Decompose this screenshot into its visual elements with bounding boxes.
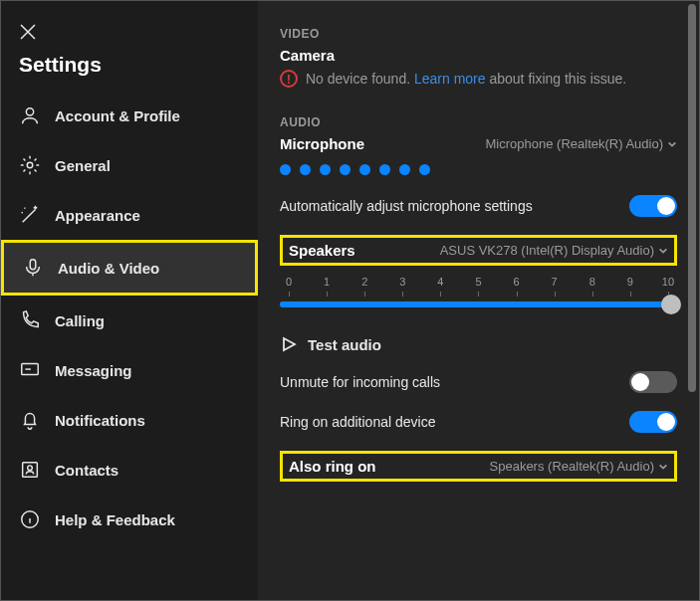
bell-icon xyxy=(19,409,41,431)
svg-point-0 xyxy=(26,108,33,115)
sidebar: Settings Account & Profile General Appea… xyxy=(1,1,258,600)
auto-adjust-label: Automatically adjust microphone settings xyxy=(280,198,533,214)
play-icon xyxy=(280,335,298,353)
tick: 9 xyxy=(623,276,637,288)
tick: 0 xyxy=(282,276,296,288)
highlight-audio-video: Audio & Video xyxy=(1,240,258,296)
camera-heading: Camera xyxy=(280,47,677,64)
chevron-down-icon xyxy=(658,462,668,472)
sidebar-item-label: Help & Feedback xyxy=(55,511,175,528)
level-dot xyxy=(419,164,430,175)
phone-icon xyxy=(19,309,41,331)
also-ring-device-select[interactable]: Speakers (Realtek(R) Audio) xyxy=(490,459,668,474)
info-icon xyxy=(19,508,41,530)
svg-rect-2 xyxy=(30,260,36,270)
slider-knob[interactable] xyxy=(661,295,681,314)
sidebar-item-calling[interactable]: Calling xyxy=(1,296,258,345)
speakers-heading: Speakers xyxy=(289,242,355,259)
unmute-row: Unmute for incoming calls xyxy=(280,371,677,393)
level-dot xyxy=(399,164,410,175)
sidebar-item-label: Audio & Video xyxy=(58,260,159,277)
ring-additional-label: Ring on additional device xyxy=(280,414,435,430)
speakers-device-value: ASUS VK278 (Intel(R) Display Audio) xyxy=(440,243,654,258)
sidebar-item-notifications[interactable]: Notifications xyxy=(1,395,258,445)
learn-more-link[interactable]: Learn more xyxy=(414,71,486,87)
speakers-volume-slider[interactable] xyxy=(280,301,677,307)
sidebar-item-label: Calling xyxy=(55,312,105,329)
error-suffix: about fixing this issue. xyxy=(489,71,626,87)
tick: 8 xyxy=(585,276,599,288)
tick: 2 xyxy=(357,276,371,288)
tick: 1 xyxy=(320,276,334,288)
tick: 6 xyxy=(510,276,524,288)
unmute-toggle[interactable] xyxy=(629,371,677,393)
account-icon xyxy=(19,104,41,126)
ring-additional-toggle[interactable] xyxy=(629,411,677,433)
sidebar-item-audio-video[interactable]: Audio & Video xyxy=(4,243,255,293)
gear-icon xyxy=(19,154,41,176)
audio-section-label: AUDIO xyxy=(280,115,677,129)
also-ring-row: Also ring on Speakers (Realtek(R) Audio) xyxy=(289,458,668,475)
also-ring-device-value: Speakers (Realtek(R) Audio) xyxy=(490,459,654,474)
scrollbar[interactable] xyxy=(688,4,696,392)
sidebar-item-label: General xyxy=(55,157,111,174)
speakers-device-select[interactable]: ASUS VK278 (Intel(R) Display Audio) xyxy=(440,243,668,258)
level-dot xyxy=(359,164,370,175)
volume-ticks: 0 1 2 3 4 5 6 7 8 9 10 xyxy=(280,276,677,292)
microphone-row: Microphone Microphone (Realtek(R) Audio) xyxy=(280,135,677,152)
microphone-device-select[interactable]: Microphone (Realtek(R) Audio) xyxy=(486,136,677,151)
sidebar-item-label: Contacts xyxy=(55,462,118,479)
tick: 4 xyxy=(433,276,447,288)
wand-icon xyxy=(19,204,41,226)
level-dot xyxy=(320,164,331,175)
auto-adjust-row: Automatically adjust microphone settings xyxy=(280,195,677,217)
sidebar-item-contacts[interactable]: Contacts xyxy=(1,445,258,495)
microphone-level-meter xyxy=(280,164,677,175)
level-dot xyxy=(280,164,291,175)
svg-point-1 xyxy=(27,162,33,168)
message-icon xyxy=(19,359,41,381)
video-section-label: VIDEO xyxy=(280,27,677,41)
sidebar-item-appearance[interactable]: Appearance xyxy=(1,190,258,240)
microphone-heading: Microphone xyxy=(280,135,364,152)
sidebar-item-help[interactable]: Help & Feedback xyxy=(1,495,258,544)
tick: 7 xyxy=(548,276,562,288)
sidebar-nav: Account & Profile General Appearance Aud… xyxy=(1,91,258,544)
sidebar-item-messaging[interactable]: Messaging xyxy=(1,345,258,395)
chevron-down-icon xyxy=(658,246,668,256)
auto-adjust-toggle[interactable] xyxy=(629,195,677,217)
speakers-row: Speakers ASUS VK278 (Intel(R) Display Au… xyxy=(289,242,668,259)
sidebar-item-label: Notifications xyxy=(55,412,145,429)
sidebar-item-label: Appearance xyxy=(55,207,140,224)
error-icon: ! xyxy=(280,70,298,88)
level-dot xyxy=(379,164,390,175)
camera-error: ! No device found. Learn more about fixi… xyxy=(280,70,677,88)
level-dot xyxy=(300,164,311,175)
test-audio-label: Test audio xyxy=(308,336,381,353)
tick: 10 xyxy=(661,276,675,288)
svg-marker-7 xyxy=(284,338,295,350)
close-icon[interactable] xyxy=(19,27,37,44)
sidebar-item-label: Account & Profile xyxy=(55,107,180,124)
tick: 5 xyxy=(471,276,485,288)
unmute-label: Unmute for incoming calls xyxy=(280,374,440,390)
settings-title: Settings xyxy=(1,53,258,91)
test-audio-button[interactable]: Test audio xyxy=(280,335,677,353)
error-prefix: No device found. xyxy=(306,71,410,87)
ring-additional-row: Ring on additional device xyxy=(280,411,677,433)
chevron-down-icon xyxy=(667,139,677,149)
contacts-icon xyxy=(19,459,41,481)
sidebar-item-account[interactable]: Account & Profile xyxy=(1,91,258,140)
svg-point-5 xyxy=(28,466,33,471)
sidebar-item-label: Messaging xyxy=(55,362,132,379)
speakers-volume-wrap: 0 1 2 3 4 5 6 7 8 9 10 xyxy=(280,276,677,307)
highlight-speakers: Speakers ASUS VK278 (Intel(R) Display Au… xyxy=(280,235,677,266)
level-dot xyxy=(340,164,350,175)
sidebar-item-general[interactable]: General xyxy=(1,140,258,190)
tick: 3 xyxy=(395,276,409,288)
also-ring-heading: Also ring on xyxy=(289,458,376,475)
microphone-device-value: Microphone (Realtek(R) Audio) xyxy=(486,136,663,151)
highlight-also-ring: Also ring on Speakers (Realtek(R) Audio) xyxy=(280,451,677,482)
microphone-icon xyxy=(22,257,44,279)
settings-panel: VIDEO Camera ! No device found. Learn mo… xyxy=(258,1,699,600)
